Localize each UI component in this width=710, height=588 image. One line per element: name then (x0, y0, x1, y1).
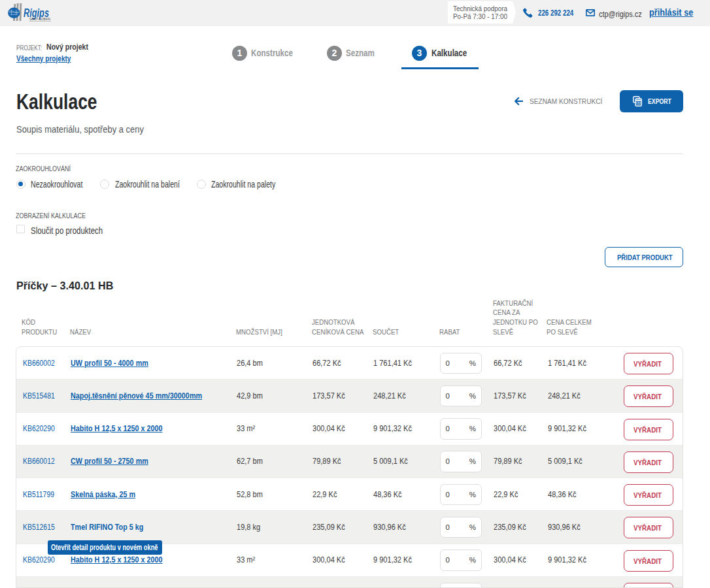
svg-text:SAINT-GOBAIN: SAINT-GOBAIN (29, 17, 50, 21)
